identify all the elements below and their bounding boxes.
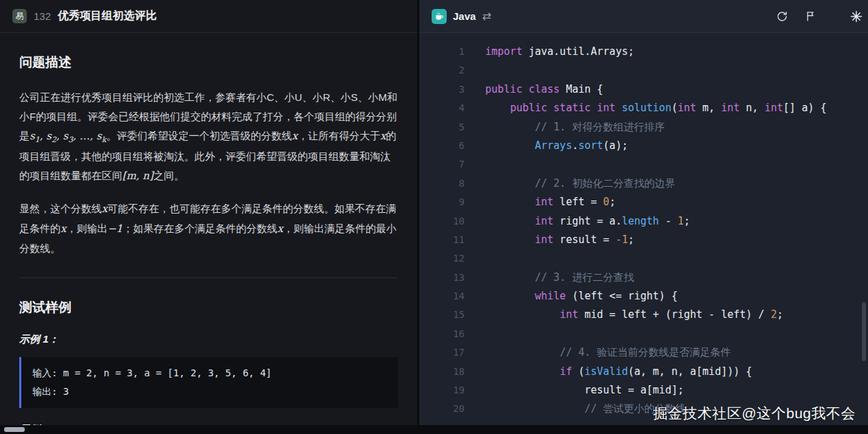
code-line[interactable]: 16: [419, 325, 868, 343]
math-expression: x: [60, 222, 66, 235]
code-editor[interactable]: 1import java.util.Arrays;23public class …: [419, 33, 868, 434]
code-line[interactable]: 9 int left = 0;: [419, 193, 868, 212]
math-expression: , …,: [73, 130, 96, 142]
code-line[interactable]: 4 public static int solution(int m, int …: [419, 99, 868, 117]
code-line-content: import java.util.Arrays;: [485, 43, 634, 61]
problem-header: 易 132 优秀项目组初选评比: [0, 0, 417, 33]
math-expression: −1: [107, 222, 122, 235]
code-line[interactable]: 13 // 3. 进行二分查找: [419, 269, 868, 287]
example-code-line: 输出: 3: [32, 382, 387, 401]
math-expression: x: [278, 222, 283, 235]
refresh-icon[interactable]: [773, 8, 791, 25]
math-expression: ,: [40, 130, 47, 142]
code-line[interactable]: 10 int right = a.length - 1;: [419, 212, 868, 231]
clipped-asterisk-icon[interactable]: [847, 8, 865, 25]
math-expression: x: [102, 203, 107, 215]
example-label: 示例 1：: [19, 333, 398, 346]
flag-icon[interactable]: [801, 8, 819, 25]
line-number: 15: [419, 306, 465, 324]
line-number: 17: [419, 343, 465, 362]
problem-panel: 易 132 优秀项目组初选评比 问题描述 公司正在进行优秀项目组评比的初选工作，…: [0, 0, 417, 434]
line-number: 12: [419, 249, 465, 268]
code-line-content: if (isValid(a, m, n, a[mid])) {: [485, 363, 752, 381]
code-line[interactable]: 8 // 2. 初始化二分查找的边界: [419, 174, 868, 193]
problem-paragraph: 公司正在进行优秀项目组评比的初选工作，参赛者有小C、小U、小R、小S、小M和小F…: [19, 88, 398, 185]
code-line-content: while (left <= right) {: [485, 287, 678, 306]
difficulty-badge: 易: [12, 9, 27, 23]
code-line[interactable]: 18 if (isValid(a, m, n, a[mid])) {: [419, 363, 868, 381]
code-line[interactable]: 1import java.util.Arrays;: [419, 43, 868, 61]
code-line-content: int left = 0;: [485, 193, 616, 212]
example-code-block: 输入: m = 2, n = 3, a = [1, 2, 3, 5, 6, 4]…: [19, 357, 398, 408]
math-expression: [m, n]: [122, 170, 153, 182]
example-code-line: 输入: m = 2, n = 3, a = [1, 2, 3, 5, 6, 4]: [32, 364, 387, 382]
problem-body[interactable]: 问题描述 公司正在进行优秀项目组评比的初选工作，参赛者有小C、小U、小R、小S、…: [0, 33, 417, 434]
editor-vertical-scrollbar[interactable]: [862, 302, 866, 361]
line-number: 13: [419, 269, 465, 287]
code-line-content: // 3. 进行二分查找: [485, 269, 634, 287]
language-selector[interactable]: Java: [453, 10, 476, 22]
line-number: 2: [419, 61, 465, 80]
coding-problem-page: 易 132 优秀项目组初选评比 问题描述 公司正在进行优秀项目组评比的初选工作，…: [0, 0, 868, 434]
math-expression: s2: [46, 130, 56, 142]
java-icon[interactable]: [432, 9, 447, 24]
code-line-content: // 2. 初始化二分查找的边界: [485, 174, 675, 193]
code-line-content: public class Main {: [485, 80, 603, 99]
line-number: 3: [419, 80, 465, 99]
line-number: 18: [419, 363, 465, 381]
problem-paragraph: 显然，这个分数线x可能不存在，也可能存在多个满足条件的分数线。如果不存在满足条件…: [19, 199, 398, 258]
line-number: 5: [419, 118, 465, 137]
math-expression: ,: [56, 130, 63, 142]
code-line-content: Arrays.sort(a);: [485, 137, 628, 155]
examples-heading: 测试样例: [19, 299, 398, 317]
math-expression: x: [380, 130, 386, 142]
editor-panel: Java ⇄ 1import java: [419, 0, 868, 434]
problem-id: 132: [34, 10, 51, 22]
line-number: 10: [419, 212, 465, 231]
line-number: 16: [419, 325, 465, 343]
math-expression: sk: [96, 130, 106, 142]
watermark: 掘金技术社区@这个bug我不会: [653, 404, 856, 423]
code-line-content: // 1. 对得分数组进行排序: [485, 118, 665, 137]
line-number: 9: [419, 193, 465, 212]
code-line-content: result = a[mid];: [485, 381, 684, 400]
code-lines: 1import java.util.Arrays;23public class …: [419, 43, 868, 419]
editor-toolbar: Java ⇄: [419, 0, 868, 33]
math-expression: s3: [63, 130, 74, 142]
switch-language-icon[interactable]: ⇄: [482, 10, 491, 23]
bottom-bar: [0, 425, 868, 434]
code-line[interactable]: 7: [419, 155, 868, 174]
description-heading: 问题描述: [19, 54, 398, 71]
line-number: 11: [419, 231, 465, 249]
line-number: 8: [419, 174, 465, 193]
code-line[interactable]: 6 Arrays.sort(a);: [419, 137, 868, 155]
line-number: 4: [419, 99, 465, 117]
examples: 示例 1：输入: m = 2, n = 3, a = [1, 2, 3, 5, …: [19, 333, 398, 434]
code-line[interactable]: 11 int result = -1;: [419, 231, 868, 249]
section-divider: [19, 277, 398, 278]
code-line[interactable]: 17 // 4. 验证当前分数线是否满足条件: [419, 343, 868, 362]
math-expression: s1: [30, 130, 40, 142]
code-line-content: int result = -1;: [485, 231, 634, 249]
code-line[interactable]: 3public class Main {: [419, 80, 868, 99]
line-number: 1: [419, 43, 465, 61]
line-number: 7: [419, 155, 465, 174]
line-number: 20: [419, 400, 465, 418]
code-line-content: int right = a.length - 1;: [485, 212, 690, 231]
code-line-content: public static int solution(int m, int n,…: [485, 99, 827, 117]
code-line[interactable]: 12: [419, 249, 868, 268]
code-line[interactable]: 5 // 1. 对得分数组进行排序: [419, 118, 868, 137]
line-number: 14: [419, 287, 465, 306]
code-line[interactable]: 15 int mid = left + (right - left) / 2;: [419, 306, 868, 324]
line-number: 19: [419, 381, 465, 400]
code-line-content: int mid = left + (right - left) / 2;: [485, 306, 783, 324]
code-line[interactable]: 14 while (left <= right) {: [419, 287, 868, 306]
code-line[interactable]: 2: [419, 61, 868, 80]
code-line-content: // 4. 验证当前分数线是否满足条件: [485, 343, 731, 362]
problem-paragraphs: 公司正在进行优秀项目组评比的初选工作，参赛者有小C、小U、小R、小S、小M和小F…: [19, 88, 398, 258]
code-line[interactable]: 19 result = a[mid];: [419, 381, 868, 400]
horizontal-scrollbar-thumb[interactable]: [4, 427, 25, 432]
problem-title: 优秀项目组初选评比: [58, 9, 157, 23]
line-number: 6: [419, 137, 465, 155]
math-expression: x: [292, 130, 298, 142]
